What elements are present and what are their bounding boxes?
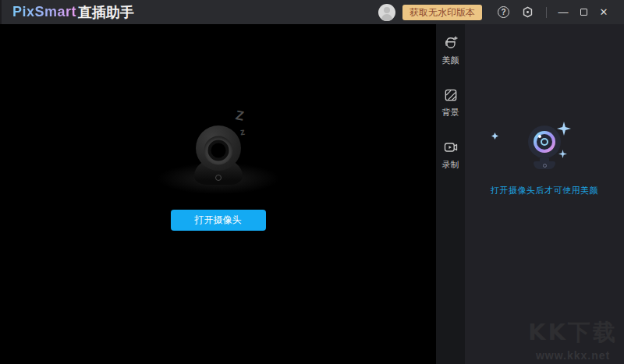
minimize-icon: — xyxy=(558,6,569,18)
titlebar: PixSmart 直插助手 获取无水印版本 ? — ✕ xyxy=(0,0,624,24)
sleep-z-large: Z xyxy=(234,108,245,125)
sidebar-item-background[interactable]: 背景 xyxy=(442,87,459,118)
panel-webcam-base xyxy=(534,161,555,169)
help-icon[interactable]: ? xyxy=(497,5,510,19)
app-brand: PixSmart xyxy=(12,4,76,20)
record-icon xyxy=(443,140,459,155)
sidebar-item-beauty[interactable]: 美颜 xyxy=(442,35,459,66)
sidebar-item-label: 录制 xyxy=(442,159,459,171)
user-avatar[interactable] xyxy=(378,4,395,21)
open-camera-button[interactable]: 打开摄像头 xyxy=(171,210,266,231)
titlebar-separator xyxy=(546,7,547,18)
app-window: PixSmart 直插助手 获取无水印版本 ? — ✕ xyxy=(0,0,624,364)
window-body: Z z 打开摄像头 xyxy=(0,24,624,364)
sparkle-large-icon xyxy=(557,122,571,136)
get-watermark-free-button[interactable]: 获取无水印版本 xyxy=(402,5,482,20)
camera-sparkle-icon xyxy=(490,118,599,178)
beauty-panel: 打开摄像头后才可使用美颜 KK下载 www.kkx.net xyxy=(465,24,624,364)
minimize-button[interactable]: — xyxy=(553,2,573,23)
site-watermark: KK下载 www.kkx.net xyxy=(528,317,618,362)
webcam-graphic xyxy=(152,125,285,196)
tool-rail: 美颜 背景 录制 xyxy=(436,24,465,364)
maximize-button[interactable] xyxy=(573,2,594,23)
open-camera-hint: 打开摄像头后才可使用美颜 xyxy=(491,185,598,196)
watermark-url: www.kkx.net xyxy=(528,349,618,362)
beauty-icon xyxy=(443,35,459,51)
sidebar-item-record[interactable]: 录制 xyxy=(442,140,459,171)
maximize-icon xyxy=(580,9,587,16)
close-button[interactable]: ✕ xyxy=(594,2,614,23)
background-icon xyxy=(443,87,459,103)
sparkle-small-right-icon xyxy=(558,150,567,158)
watermark-logo: KK下载 xyxy=(528,317,618,348)
camera-preview-area: Z z 打开摄像头 xyxy=(0,24,436,364)
sparkle-small-left-icon xyxy=(491,133,498,140)
panel-webcam-head xyxy=(528,125,561,158)
sidebar-item-label: 背景 xyxy=(442,107,459,118)
settings-gear-icon[interactable] xyxy=(521,5,534,19)
webcam-lens xyxy=(204,136,232,164)
webcam-base-dot xyxy=(215,175,222,181)
titlebar-controls: 获取无水印版本 ? — ✕ xyxy=(378,2,624,23)
app-title: 直插助手 xyxy=(78,3,134,22)
close-icon: ✕ xyxy=(600,6,608,18)
sidebar-item-label: 美颜 xyxy=(442,55,459,66)
webcam-head xyxy=(196,125,241,171)
